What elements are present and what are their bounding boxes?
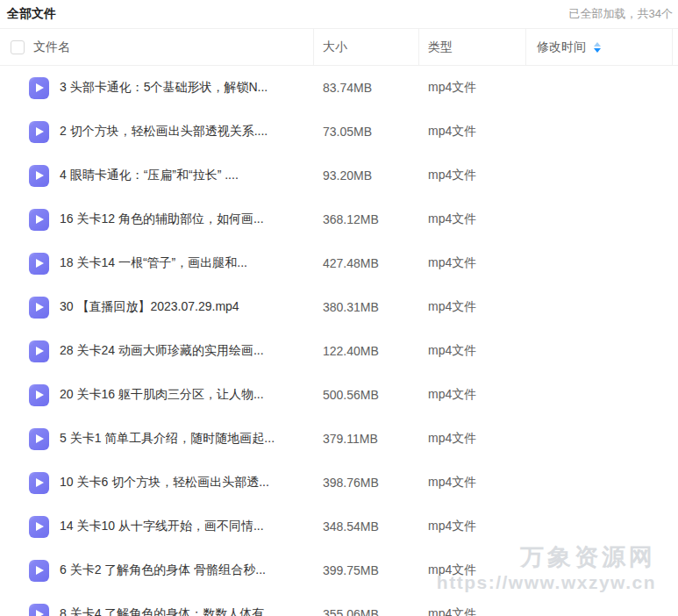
- play-triangle-icon: [36, 303, 44, 312]
- file-size: 399.75MB: [314, 563, 419, 577]
- file-size: 379.11MB: [314, 432, 419, 446]
- video-file-icon: [29, 209, 49, 231]
- column-label-modified: 修改时间: [537, 39, 586, 55]
- file-size: 398.76MB: [314, 476, 419, 490]
- play-triangle-icon: [36, 83, 44, 92]
- file-name[interactable]: 28 关卡24 动画大师珍藏的实用绘画...: [60, 343, 264, 359]
- video-file-icon: [29, 472, 49, 494]
- play-triangle-icon: [36, 347, 44, 355]
- video-file-icon: [29, 253, 49, 275]
- file-type: mp4文件: [419, 606, 526, 616]
- file-type: mp4文件: [419, 80, 526, 96]
- file-type: mp4文件: [419, 519, 526, 534]
- file-size: 73.05MB: [314, 125, 419, 139]
- file-type: mp4文件: [419, 124, 526, 140]
- file-size: 93.20MB: [314, 168, 419, 183]
- column-label-type: 类型: [428, 39, 453, 55]
- file-name[interactable]: 8 关卡4 了解角色的身体：数数人体有...: [60, 606, 275, 616]
- video-file-icon: [29, 604, 49, 616]
- file-type: mp4文件: [419, 562, 526, 578]
- file-size: 500.56MB: [314, 388, 419, 402]
- file-name[interactable]: 16 关卡12 角色的辅助部位，如何画...: [60, 211, 264, 227]
- video-file-icon: [29, 340, 49, 362]
- video-file-icon: [29, 165, 49, 187]
- file-name[interactable]: 20 关卡16 躯干肌肉三分区，让人物...: [60, 387, 264, 403]
- file-type: mp4文件: [419, 387, 526, 403]
- file-size: 83.74MB: [314, 81, 419, 95]
- video-file-icon: [29, 384, 49, 406]
- column-label-size: 大小: [323, 39, 347, 55]
- file-type: mp4文件: [419, 431, 526, 447]
- file-size: 380.31MB: [314, 300, 419, 314]
- caret-down-icon: [594, 48, 601, 53]
- file-size: 368.12MB: [314, 212, 419, 226]
- table-row[interactable]: 14 关卡10 从十字线开始，画不同情... 348.54MB mp4文件: [0, 505, 678, 548]
- table-row[interactable]: 10 关卡6 切个方块，轻松画出头部透... 398.76MB mp4文件: [0, 461, 678, 505]
- column-header-filename: 文件名: [0, 29, 314, 65]
- video-file-icon: [29, 77, 49, 99]
- page-title: 全部文件: [7, 6, 56, 22]
- play-triangle-icon: [36, 478, 44, 487]
- file-name[interactable]: 18 关卡14 一根“管子”，画出腿和...: [60, 255, 247, 271]
- column-label-filename: 文件名: [33, 39, 70, 55]
- table-row[interactable]: 2 切个方块，轻松画出头部透视关系.... 73.05MB mp4文件: [0, 110, 678, 154]
- video-file-icon: [29, 297, 49, 319]
- column-header-modified[interactable]: 修改时间: [526, 29, 673, 65]
- table-row[interactable]: 16 关卡12 角色的辅助部位，如何画... 368.12MB mp4文件: [0, 197, 678, 241]
- table-row[interactable]: 28 关卡24 动画大师珍藏的实用绘画... 122.40MB mp4文件: [0, 329, 678, 373]
- table-header: 文件名 大小 类型 修改时间: [0, 28, 678, 66]
- table-row[interactable]: 20 关卡16 躯干肌肉三分区，让人物... 500.56MB mp4文件: [0, 373, 678, 417]
- caret-up-icon: [594, 42, 601, 47]
- file-list: 3 头部卡通化：5个基础形状，解锁N... 83.74MB mp4文件 2 切个…: [0, 66, 678, 616]
- select-all-checkbox[interactable]: [11, 40, 25, 54]
- file-name[interactable]: 4 眼睛卡通化：“压扁”和“拉长” ....: [60, 168, 239, 183]
- video-file-icon: [29, 560, 49, 582]
- file-name[interactable]: 3 头部卡通化：5个基础形状，解锁N...: [60, 80, 268, 96]
- play-triangle-icon: [36, 610, 44, 616]
- load-status-text: 已全部加载，共34个: [569, 6, 673, 22]
- file-name[interactable]: 10 关卡6 切个方块，轻松画出头部透...: [60, 475, 269, 491]
- file-type: mp4文件: [419, 255, 526, 271]
- column-header-spacer: [673, 29, 678, 65]
- table-row[interactable]: 8 关卡4 了解角色的身体：数数人体有... 355.06MB mp4文件: [0, 592, 678, 616]
- video-file-icon: [29, 121, 49, 143]
- video-file-icon: [29, 428, 49, 450]
- file-name[interactable]: 2 切个方块，轻松画出头部透视关系....: [60, 124, 268, 140]
- table-row[interactable]: 30 【直播回放】2023.07.29.mp4 380.31MB mp4文件: [0, 285, 678, 329]
- video-file-icon: [29, 516, 49, 538]
- file-type: mp4文件: [419, 168, 526, 183]
- play-triangle-icon: [36, 215, 44, 224]
- table-row[interactable]: 3 头部卡通化：5个基础形状，解锁N... 83.74MB mp4文件: [0, 66, 678, 110]
- play-triangle-icon: [36, 434, 44, 443]
- file-name[interactable]: 6 关卡2 了解角色的身体 骨骼组合秒...: [60, 562, 266, 578]
- file-name[interactable]: 30 【直播回放】2023.07.29.mp4: [60, 299, 239, 315]
- file-size: 355.06MB: [314, 607, 419, 616]
- table-row[interactable]: 18 关卡14 一根“管子”，画出腿和... 427.48MB mp4文件: [0, 241, 678, 285]
- file-name[interactable]: 14 关卡10 从十字线开始，画不同情...: [60, 519, 264, 534]
- play-triangle-icon: [36, 171, 44, 180]
- column-header-type: 类型: [419, 29, 526, 65]
- table-row[interactable]: 4 眼睛卡通化：“压扁”和“拉长” .... 93.20MB mp4文件: [0, 154, 678, 197]
- table-row[interactable]: 6 关卡2 了解角色的身体 骨骼组合秒... 399.75MB mp4文件: [0, 548, 678, 592]
- file-type: mp4文件: [419, 475, 526, 491]
- file-type: mp4文件: [419, 299, 526, 315]
- play-triangle-icon: [36, 566, 44, 575]
- play-triangle-icon: [36, 127, 44, 136]
- play-triangle-icon: [36, 259, 44, 268]
- play-triangle-icon: [36, 522, 44, 531]
- file-size: 122.40MB: [314, 344, 419, 358]
- file-type: mp4文件: [419, 343, 526, 359]
- file-type: mp4文件: [419, 211, 526, 227]
- sort-carets-icon[interactable]: [594, 42, 601, 53]
- play-triangle-icon: [36, 390, 44, 399]
- file-size: 427.48MB: [314, 256, 419, 270]
- table-row[interactable]: 5 关卡1 简单工具介绍，随时随地画起... 379.11MB mp4文件: [0, 417, 678, 461]
- file-size: 348.54MB: [314, 519, 419, 534]
- page-header: 全部文件 已全部加载，共34个: [0, 0, 678, 28]
- file-name[interactable]: 5 关卡1 简单工具介绍，随时随地画起...: [60, 431, 275, 447]
- column-header-size: 大小: [314, 29, 419, 65]
